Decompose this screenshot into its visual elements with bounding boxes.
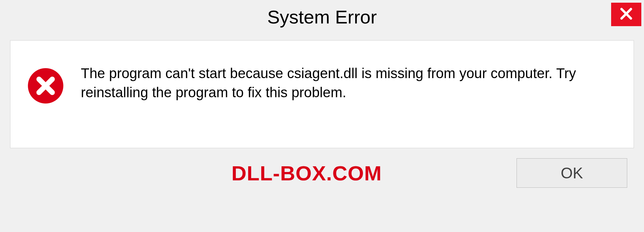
watermark-text: DLL-BOX.COM — [231, 161, 382, 185]
close-icon — [619, 7, 633, 22]
title-bar: System Error — [0, 0, 644, 34]
close-button[interactable] — [611, 3, 641, 26]
ok-button[interactable]: OK — [517, 158, 627, 188]
error-message: The program can't start because csiagent… — [81, 64, 613, 102]
dialog-title: System Error — [267, 6, 377, 28]
bottom-bar: DLL-BOX.COM OK — [10, 148, 634, 188]
ok-button-label: OK — [561, 164, 583, 182]
dialog-body: The program can't start because csiagent… — [10, 40, 634, 148]
error-icon — [27, 67, 64, 104]
